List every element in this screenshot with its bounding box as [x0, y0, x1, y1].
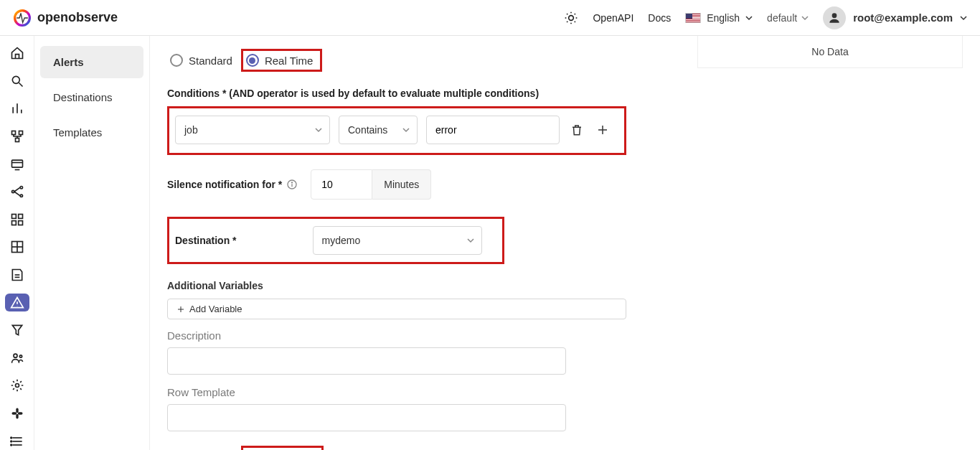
- nav-metrics[interactable]: [5, 100, 29, 118]
- user-email: root@example.com: [853, 11, 953, 24]
- row-template-label: Row Template: [167, 386, 626, 398]
- iconbar: [0, 36, 34, 450]
- openapi-link[interactable]: OpenAPI: [593, 12, 633, 24]
- radio-standard[interactable]: Standard: [167, 51, 240, 70]
- condition-value-input[interactable]: [426, 116, 560, 144]
- svg-line-4: [567, 14, 568, 14]
- svg-line-12: [19, 83, 22, 86]
- user-menu[interactable]: root@example.com: [823, 6, 967, 29]
- secondnav-templates[interactable]: Templates: [40, 116, 143, 149]
- brand-logo-icon: [13, 9, 32, 27]
- silence-value-input[interactable]: [311, 169, 372, 200]
- svg-point-24: [20, 194, 22, 197]
- svg-rect-42: [17, 412, 22, 414]
- nav-alerts[interactable]: [5, 294, 29, 311]
- svg-point-46: [10, 437, 11, 439]
- delete-condition-button[interactable]: [568, 121, 585, 139]
- org-selector[interactable]: default: [767, 12, 809, 24]
- no-data-text: No Data: [811, 46, 848, 57]
- svg-rect-41: [11, 412, 17, 414]
- svg-rect-26: [18, 214, 22, 218]
- svg-point-1: [569, 15, 574, 20]
- svg-rect-17: [19, 131, 22, 135]
- svg-rect-18: [15, 139, 19, 142]
- svg-rect-39: [16, 408, 18, 413]
- svg-line-9: [575, 14, 575, 14]
- secondnav-destinations[interactable]: Destinations: [40, 81, 143, 113]
- svg-rect-19: [11, 160, 22, 167]
- org-label: default: [767, 12, 797, 24]
- secondnav: Alerts Destinations Templates: [34, 36, 149, 450]
- svg-line-8: [567, 21, 568, 22]
- chevron-down-icon: [402, 124, 410, 136]
- radio-realtime[interactable]: Real Time: [241, 49, 323, 72]
- secondnav-alerts[interactable]: Alerts: [40, 46, 143, 78]
- nav-reports[interactable]: [5, 266, 29, 284]
- nav-settings[interactable]: [5, 377, 29, 395]
- avatar-icon: [823, 6, 846, 29]
- alert-type-radio-group: Standard Real Time: [167, 49, 626, 72]
- add-condition-button[interactable]: [594, 121, 611, 139]
- svg-point-23: [20, 187, 22, 189]
- nav-slack[interactable]: [5, 405, 29, 423]
- theme-toggle-icon[interactable]: [564, 11, 578, 25]
- svg-point-47: [10, 441, 11, 442]
- destination-row: Destination * mydemo: [167, 217, 504, 264]
- svg-point-37: [19, 355, 22, 357]
- save-highlight: Save: [241, 446, 324, 450]
- nav-streams[interactable]: [5, 238, 29, 256]
- topbar-right: OpenAPI Docs English default root@exampl…: [564, 6, 967, 29]
- nav-functions[interactable]: [5, 322, 29, 339]
- condition-row: job Contains: [167, 106, 626, 155]
- svg-rect-27: [11, 221, 16, 225]
- flag-us-icon: [685, 13, 701, 23]
- destination-value: mydemo: [322, 235, 361, 246]
- destination-select[interactable]: mydemo: [313, 226, 482, 255]
- conditions-label: Conditions * (AND operator is used by de…: [167, 88, 539, 99]
- svg-point-48: [10, 444, 11, 446]
- radio-standard-label: Standard: [189, 55, 232, 67]
- svg-line-5: [575, 21, 575, 22]
- nav-rum[interactable]: [5, 155, 29, 173]
- add-variable-button[interactable]: Add Variable: [167, 299, 626, 319]
- condition-operator-select[interactable]: Contains: [339, 116, 418, 144]
- add-variable-label: Add Variable: [189, 304, 242, 314]
- silence-unit: Minutes: [372, 169, 431, 200]
- description-label: Description: [167, 329, 626, 342]
- description-input[interactable]: [167, 347, 566, 375]
- svg-rect-28: [18, 221, 22, 225]
- brand: openobserve: [13, 9, 118, 27]
- svg-point-53: [292, 182, 293, 183]
- svg-rect-40: [16, 414, 18, 419]
- form-buttons: Cancel Save: [167, 446, 626, 450]
- nav-traces[interactable]: [5, 128, 29, 146]
- nav-search[interactable]: [5, 72, 29, 90]
- main-panel: Standard Real Time Conditions * (AND ope…: [149, 36, 980, 450]
- silence-row: Silence notification for * Minutes: [167, 169, 626, 200]
- svg-rect-16: [11, 131, 15, 135]
- chevron-down-icon: [801, 14, 809, 22]
- nav-dashboards[interactable]: [5, 211, 29, 229]
- brand-text: openobserve: [37, 10, 118, 25]
- destination-label: Destination *: [175, 235, 237, 246]
- language-selector[interactable]: English: [685, 12, 753, 24]
- preview-panel: No Data: [697, 36, 963, 68]
- nav-about[interactable]: [5, 432, 29, 450]
- chevron-down-icon: [467, 235, 474, 246]
- condition-field-select[interactable]: job: [175, 116, 330, 144]
- topbar: openobserve OpenAPI Docs English default: [0, 0, 980, 36]
- svg-point-38: [15, 384, 19, 388]
- condition-field-value: job: [184, 124, 198, 136]
- nav-home[interactable]: [5, 44, 29, 62]
- svg-point-11: [12, 76, 19, 83]
- additional-vars-label: Additional Variables: [167, 280, 626, 291]
- docs-link[interactable]: Docs: [648, 12, 671, 24]
- condition-operator-value: Contains: [348, 124, 387, 136]
- svg-point-36: [14, 354, 17, 357]
- language-label: English: [707, 12, 740, 24]
- nav-pipelines[interactable]: [5, 183, 29, 201]
- nav-iam[interactable]: [5, 350, 29, 367]
- info-icon[interactable]: [286, 179, 298, 190]
- svg-point-10: [832, 13, 837, 18]
- row-template-input[interactable]: [167, 404, 566, 431]
